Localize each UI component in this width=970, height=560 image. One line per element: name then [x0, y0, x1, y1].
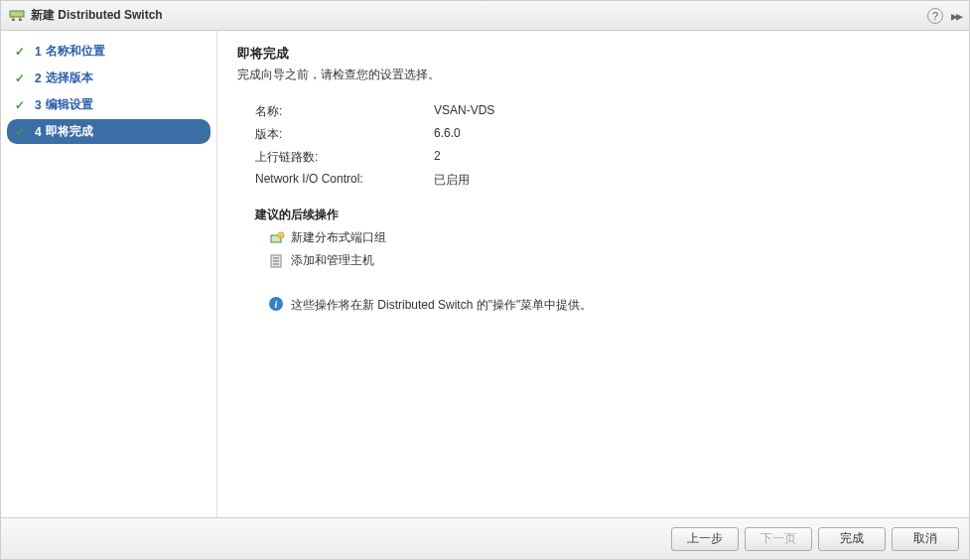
summary-key: 上行链路数:: [255, 149, 434, 166]
svg-text:+: +: [280, 232, 283, 238]
info-icon: i: [269, 297, 283, 311]
summary-key: 版本:: [255, 126, 434, 143]
summary-value: 2: [434, 149, 441, 166]
summary-row-nioc: Network I/O Control: 已启用: [237, 172, 949, 189]
summary-row-name: 名称: VSAN-VDS: [237, 103, 949, 120]
content-subtitle: 完成向导之前，请检查您的设置选择。: [237, 67, 949, 83]
next-button: 下一页: [745, 527, 812, 551]
finish-button[interactable]: 完成: [818, 527, 886, 551]
action-label: 新建分布式端口组: [291, 229, 386, 246]
back-button[interactable]: 上一步: [671, 527, 739, 551]
action-add-manage-hosts: 添加和管理主机: [237, 252, 949, 269]
svg-rect-1: [12, 19, 15, 21]
hosts-icon: [269, 253, 285, 269]
info-text: 这些操作将在新 Distributed Switch 的"操作"菜单中提供。: [291, 297, 592, 314]
summary-row-uplinks: 上行链路数: 2: [237, 149, 949, 166]
expand-icon[interactable]: ▸▸: [951, 8, 961, 24]
svg-rect-9: [273, 257, 279, 259]
svg-rect-11: [273, 263, 279, 265]
summary-row-version: 版本: 6.6.0: [237, 126, 949, 143]
summary-value: 已启用: [434, 172, 470, 189]
summary-value: 6.6.0: [434, 126, 461, 143]
summary-key: 名称:: [255, 103, 434, 120]
suggested-actions-title: 建议的后续操作: [237, 207, 949, 223]
content-heading: 即将完成: [237, 45, 949, 63]
wizard-step-select-version[interactable]: ✓ 2 选择版本: [1, 66, 216, 90]
dvs-icon: [9, 8, 25, 24]
summary-key: Network I/O Control:: [255, 172, 434, 189]
check-icon: ✓: [15, 71, 29, 85]
summary-value: VSAN-VDS: [434, 103, 494, 120]
portgroup-icon: +: [269, 230, 285, 246]
info-note: i 这些操作将在新 Distributed Switch 的"操作"菜单中提供。: [237, 297, 949, 314]
wizard-footer: 上一步 下一页 完成 取消: [1, 517, 969, 559]
titlebar: 新建 Distributed Switch ? ▸▸: [1, 1, 969, 31]
wizard-step-ready-complete[interactable]: ✓ 4 即将完成: [7, 119, 210, 144]
check-icon: ✓: [15, 125, 29, 139]
check-icon: ✓: [15, 45, 29, 59]
help-icon[interactable]: ?: [927, 8, 943, 24]
action-label: 添加和管理主机: [291, 252, 374, 269]
svg-rect-0: [10, 11, 24, 17]
check-icon: ✓: [15, 98, 29, 112]
dialog-title: 新建 Distributed Switch: [31, 7, 927, 24]
wizard-step-name-location[interactable]: ✓ 1 名称和位置: [1, 39, 216, 64]
action-new-portgroup: + 新建分布式端口组: [237, 229, 949, 246]
wizard-step-edit-settings[interactable]: ✓ 3 编辑设置: [1, 92, 216, 117]
svg-rect-2: [19, 19, 22, 21]
cancel-button[interactable]: 取消: [892, 527, 959, 551]
wizard-content: 即将完成 完成向导之前，请检查您的设置选择。 名称: VSAN-VDS 版本: …: [217, 31, 969, 517]
svg-rect-10: [273, 260, 279, 262]
wizard-steps-sidebar: ✓ 1 名称和位置 ✓ 2 选择版本 ✓ 3 编辑设置 ✓ 4 即将完成: [1, 31, 217, 517]
